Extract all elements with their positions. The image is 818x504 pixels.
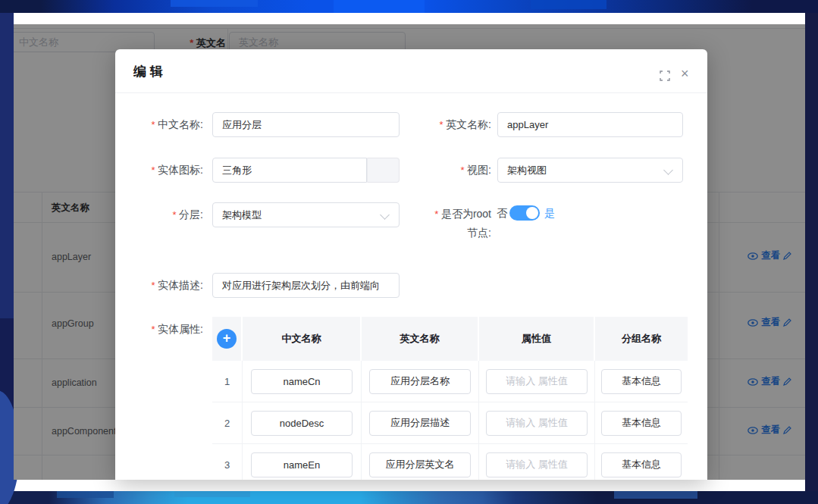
attr-group-input[interactable]: 基本信息 bbox=[601, 369, 682, 394]
top-decor-band bbox=[0, 0, 818, 13]
attribute-table-header: + 中文名称 英文名称 属性值 分组名称 bbox=[212, 317, 688, 361]
attribute-table: + 中文名称 英文名称 属性值 分组名称 1 nameCn 应用分层名称 请输入… bbox=[212, 317, 688, 480]
edit-dialog: 编辑 × 中文名称: 应用分层 英文名称: appLayer 实体图标: 三角形… bbox=[115, 49, 707, 480]
view-select-value: 架构视图 bbox=[507, 164, 547, 177]
attr-cn-input[interactable]: nameCn bbox=[251, 369, 353, 394]
view-select[interactable]: 架构视图 bbox=[497, 158, 683, 183]
white-strip-top bbox=[14, 13, 805, 24]
attr-cn-input[interactable]: nameEn bbox=[251, 452, 353, 477]
right-frame-strip bbox=[805, 13, 818, 491]
dialog-header-divider bbox=[115, 92, 707, 93]
row-index: 2 bbox=[212, 402, 243, 443]
fullscreen-icon[interactable] bbox=[660, 70, 670, 81]
entity-desc-label: 实体描述: bbox=[115, 279, 203, 293]
attr-en-input[interactable]: 应用分层名称 bbox=[369, 369, 471, 394]
en-name-label: 英文名称: bbox=[382, 118, 491, 132]
attr-header-value: 属性值 bbox=[479, 317, 595, 361]
entity-attrs-label: 实体属性: bbox=[115, 323, 203, 337]
cn-name-label: 中文名称: bbox=[115, 118, 203, 132]
attr-value-input[interactable]: 请输入 属性值 bbox=[486, 369, 588, 394]
attribute-row: 3 nameEn 应用分层英文名 请输入 属性值 基本信息 bbox=[212, 444, 688, 480]
attr-value-input[interactable]: 请输入 属性值 bbox=[486, 411, 588, 436]
attr-group-input[interactable]: 基本信息 bbox=[601, 452, 682, 477]
layer-select[interactable]: 架构模型 bbox=[212, 202, 400, 227]
cn-name-input[interactable]: 应用分层 bbox=[212, 112, 400, 137]
toggle-on-label: 是 bbox=[544, 207, 555, 221]
attr-value-input[interactable]: 请输入 属性值 bbox=[486, 452, 588, 477]
attr-group-input[interactable]: 基本信息 bbox=[601, 411, 682, 436]
row-index: 3 bbox=[212, 444, 243, 480]
is-root-toggle[interactable] bbox=[509, 205, 540, 221]
entity-icon-label: 实体图标: bbox=[115, 164, 203, 177]
layer-select-value: 架构模型 bbox=[222, 208, 262, 222]
is-root-label: 是否为root节点: bbox=[428, 205, 491, 242]
chevron-down-icon bbox=[663, 165, 673, 175]
en-name-input[interactable]: appLayer bbox=[497, 112, 683, 137]
attribute-row: 2 nodeDesc 应用分层描述 请输入 属性值 基本信息 bbox=[212, 402, 688, 444]
screen: 中文名称 英文名 英文名称 英文名称 appLayer appGroup app… bbox=[0, 0, 818, 504]
bottom-decor-band bbox=[0, 491, 818, 504]
left-frame-strip bbox=[0, 13, 14, 491]
row-index: 1 bbox=[212, 361, 243, 402]
attr-cn-input[interactable]: nodeDesc bbox=[251, 411, 353, 436]
attribute-row: 1 nameCn 应用分层名称 请输入 属性值 基本信息 bbox=[212, 361, 688, 402]
attr-header-en: 英文名称 bbox=[362, 317, 479, 361]
attr-en-input[interactable]: 应用分层英文名 bbox=[369, 452, 471, 477]
entity-desc-input[interactable]: 对应用进行架构层次划分，由前端向 bbox=[212, 273, 400, 298]
entity-icon-input[interactable]: 三角形 bbox=[212, 158, 367, 183]
chevron-down-icon bbox=[380, 210, 390, 220]
attr-header-cn: 中文名称 bbox=[243, 317, 362, 361]
view-label: 视图: bbox=[382, 164, 491, 177]
attr-header-group: 分组名称 bbox=[595, 317, 688, 361]
layer-label: 分层: bbox=[115, 208, 203, 222]
add-attribute-button[interactable]: + bbox=[217, 329, 237, 349]
attr-en-input[interactable]: 应用分层描述 bbox=[369, 411, 471, 436]
toggle-off-label: 否 bbox=[497, 207, 507, 221]
dialog-title: 编辑 bbox=[133, 63, 167, 80]
white-strip-bottom bbox=[6, 480, 810, 491]
close-icon[interactable]: × bbox=[681, 67, 689, 80]
